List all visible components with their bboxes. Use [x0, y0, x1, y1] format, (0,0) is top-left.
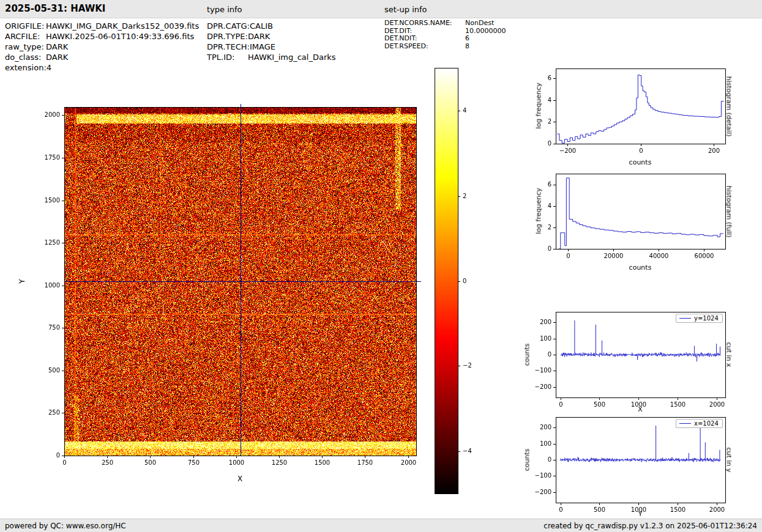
- meta-label: ARCFILE:: [5, 31, 46, 42]
- file-info-block: ORIGFILE: HAWKI_IMG_DARK_Darks152_0039.f…: [5, 21, 199, 73]
- meta-row-dpr-tech: DPR.TECH: IMAGE: [207, 42, 336, 52]
- cut-y-legend-line-icon: [679, 423, 691, 424]
- footer-bar: powered by QC: www.eso.org/HC created by…: [0, 519, 762, 532]
- hist-full-x-label: counts: [629, 264, 652, 272]
- type-info-heading: type info: [207, 5, 242, 14]
- meta-row-tpl-id: TPL.ID: HAWKI_img_cal_Darks: [207, 52, 336, 62]
- meta-label: extension:: [5, 62, 47, 73]
- meta-label: DPR.TYPE:: [207, 31, 248, 42]
- cut-x-legend: y=1024: [676, 314, 723, 323]
- hist-detail-y-label: log frequency: [535, 83, 543, 128]
- meta-row-extension: extension: 4: [5, 62, 199, 73]
- colorbar-canvas: [435, 68, 477, 496]
- meta-label: DPR.TECH:: [207, 42, 250, 52]
- detector-image-canvas: [37, 102, 428, 478]
- cut-y-y-label: counts: [523, 449, 531, 471]
- cut-x-right-label: cut in x: [725, 342, 733, 368]
- meta-value: CALIB: [250, 21, 273, 31]
- meta-label: DPR.CATG:: [207, 21, 250, 31]
- meta-label: DET.NCORRS.NAME:: [384, 20, 465, 28]
- cut-y-legend-label: x=1024: [694, 420, 719, 427]
- image-x-axis-label: X: [237, 475, 242, 483]
- cut-x-legend-label: y=1024: [694, 315, 719, 322]
- meta-label: TPL.ID:: [207, 52, 248, 62]
- meta-value: HAWKI.2025-06-01T10:49:33.696.fits: [46, 31, 194, 42]
- qc-report-page: 2025-05-31: HAWKI type info set-up info …: [0, 0, 762, 532]
- hist-detail-right-label: histogram (detail): [725, 76, 733, 137]
- meta-label: DET.NDIT:: [384, 35, 465, 43]
- meta-row-do-class: do_class: DARK: [5, 52, 199, 62]
- meta-value: IMAGE: [250, 42, 275, 52]
- meta-row-dpr-catg: DPR.CATG: CALIB: [207, 21, 336, 31]
- meta-value: 4: [47, 62, 51, 73]
- meta-value: HAWKI_IMG_DARK_Darks152_0039.fits: [46, 21, 199, 31]
- meta-value: DARK: [248, 31, 270, 42]
- meta-label: do_class:: [5, 52, 46, 62]
- header-bar: 2025-05-31: HAWKI type info set-up info: [0, 0, 762, 18]
- type-info-block: DPR.CATG: CALIB DPR.TYPE: DARK DPR.TECH:…: [207, 21, 336, 62]
- meta-value: HAWKI_img_cal_Darks: [248, 52, 336, 62]
- meta-row-raw-type: raw_type: DARK: [5, 42, 199, 52]
- page-title: 2025-05-31: HAWKI: [5, 3, 105, 14]
- cut-y-x-label: Y: [638, 510, 643, 518]
- cut-x-y-label: counts: [523, 344, 531, 366]
- meta-value: DARK: [46, 52, 68, 62]
- meta-value: 6: [465, 35, 469, 43]
- footer-created-by: created by qc_rawdisp.py v1.2.3 on 2025-…: [543, 522, 757, 530]
- histogram-full-canvas: [525, 169, 730, 267]
- hist-full-right-label: histogram (full): [725, 186, 733, 238]
- meta-label: DET.RSPEED:: [384, 43, 465, 51]
- meta-row-origfile: ORIGFILE: HAWKI_IMG_DARK_Darks152_0039.f…: [5, 21, 199, 31]
- meta-row-ndit: DET.NDIT: 6: [384, 35, 506, 43]
- hist-full-y-label: log frequency: [535, 188, 543, 234]
- setup-info-heading: set-up info: [384, 5, 427, 14]
- meta-value: 8: [465, 43, 469, 51]
- footer-powered-by: powered by QC: www.eso.org/HC: [5, 522, 126, 530]
- cut-x-legend-line-icon: [679, 318, 691, 319]
- meta-value: DARK: [46, 42, 68, 52]
- meta-value: NonDest: [465, 20, 494, 28]
- histogram-detail-canvas: [525, 64, 730, 161]
- cut-y-legend: x=1024: [676, 419, 723, 428]
- meta-label: raw_type:: [5, 42, 46, 52]
- image-y-axis-label: Y: [18, 279, 26, 283]
- hist-detail-x-label: counts: [629, 158, 652, 166]
- meta-row-dpr-type: DPR.TYPE: DARK: [207, 31, 336, 42]
- cut-y-right-label: cut in y: [725, 448, 733, 473]
- meta-row-arcfile: ARCFILE: HAWKI.2025-06-01T10:49:33.696.f…: [5, 31, 199, 42]
- meta-value: 10.0000000: [465, 28, 506, 35]
- setup-info-block: DET.NCORRS.NAME: NonDest DET.DIT: 10.000…: [384, 20, 506, 50]
- meta-label: ORIGFILE:: [5, 21, 46, 31]
- meta-row-rspeed: DET.RSPEED: 8: [384, 43, 506, 51]
- meta-row-ncorrs: DET.NCORRS.NAME: NonDest: [384, 20, 506, 28]
